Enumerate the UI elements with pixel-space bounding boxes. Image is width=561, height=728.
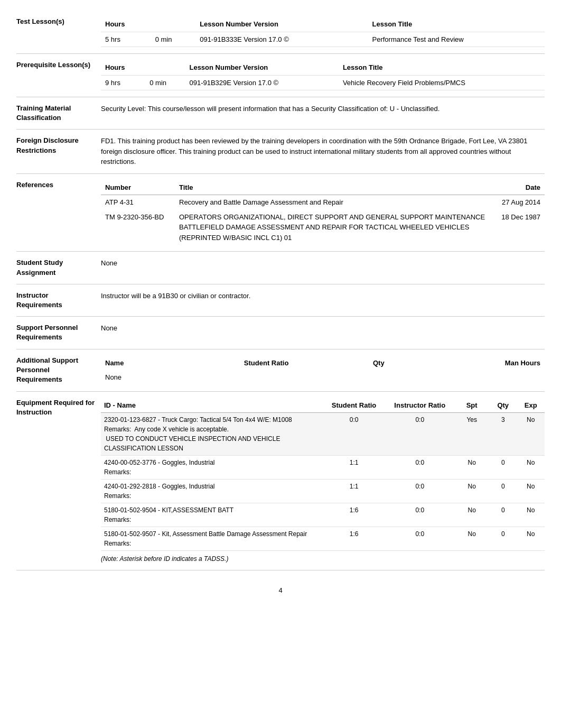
eq-exp-0: No	[517, 413, 545, 456]
eq-id-name-1: 4240-00-052-3776 - Goggles, Industrial R…	[101, 456, 323, 480]
ref-date-1: 18 Dec 1987	[492, 210, 545, 245]
eq-spt-0: Yes	[454, 413, 489, 456]
eq-instructor-ratio-1: 0:0	[385, 456, 454, 480]
eq-exp-1: No	[517, 456, 545, 480]
prerequisite-table: Hours Lesson Number Version Lesson Title…	[101, 60, 545, 90]
test-lesson-content: Hours Lesson Number Version Lesson Title…	[101, 17, 545, 47]
eq-spt-3: No	[454, 503, 489, 527]
test-lesson-table: Hours Lesson Number Version Lesson Title…	[101, 17, 545, 47]
equipment-row-0: 2320-01-123-6827 - Truck Cargo: Tactical…	[101, 413, 545, 456]
ref-date-header: Date	[492, 180, 545, 195]
references-section: References Number Title Date ATP 4-31 Re…	[16, 174, 545, 252]
add-name-value: None	[101, 370, 184, 385]
eq-instructor-ratio-4: 0:0	[385, 527, 454, 551]
ref-date-0: 27 Aug 2014	[492, 195, 545, 210]
eq-qty-2: 0	[489, 480, 517, 503]
test-lesson-lnv-header: Lesson Number Version	[195, 17, 368, 32]
prerequisite-content: Hours Lesson Number Version Lesson Title…	[101, 60, 545, 90]
additional-support-table: Name Student Ratio Qty Man Hours None	[101, 356, 545, 385]
ref-number-0: ATP 4-31	[101, 195, 175, 210]
eq-exp-header: Exp	[517, 398, 545, 413]
ref-title-header: Title	[175, 180, 492, 195]
references-content: Number Title Date ATP 4-31 Recovery and …	[101, 180, 545, 245]
foreign-disclosure-label: Foreign Disclosure Restrictions	[16, 136, 101, 167]
training-material-section: Training Material Classification Securit…	[16, 97, 545, 130]
ref-row-1: TM 9-2320-356-BD OPERATORS ORGANIZATIONA…	[101, 210, 545, 245]
eq-student-ratio-0: 0:0	[323, 413, 385, 456]
test-lesson-row: 5 hrs 0 min 091-91B333E Version 17.0 © P…	[101, 32, 545, 47]
equipment-row-1: 4240-00-052-3776 - Goggles, Industrial R…	[101, 456, 545, 480]
prereq-row: 9 hrs 0 min 091-91B329E Version 17.0 © V…	[101, 75, 545, 90]
test-lesson-min-header	[151, 17, 195, 32]
eq-student-ratio-1: 1:1	[323, 456, 385, 480]
eq-id-name-4: 5180-01-502-9507 - Kit, Assessment Battl…	[101, 527, 323, 551]
add-name-header: Name	[101, 356, 184, 371]
equipment-row-4: 5180-01-502-9507 - Kit, Assessment Battl…	[101, 527, 545, 551]
prereq-title-header: Lesson Title	[339, 60, 545, 75]
equipment-section: Equipment Required for Instruction ID - …	[16, 392, 545, 571]
eq-instructor-ratio-2: 0:0	[385, 480, 454, 503]
student-study-label: Student Study Assignment	[16, 258, 101, 277]
test-lesson-lnv: 091-91B333E Version 17.0 ©	[195, 32, 368, 47]
page-number: 4	[16, 586, 545, 594]
references-table: Number Title Date ATP 4-31 Recovery and …	[101, 180, 545, 245]
eq-id-name-header: ID - Name	[101, 398, 323, 413]
eq-instructor-ratio-3: 0:0	[385, 503, 454, 527]
support-personnel-content: None	[101, 323, 545, 342]
equipment-content: ID - Name Student Ratio Instructor Ratio…	[101, 398, 545, 564]
eq-spt-4: No	[454, 527, 489, 551]
support-personnel-label: Support Personnel Requirements	[16, 323, 101, 342]
prerequisite-label: Prerequisite Lesson(s)	[16, 60, 101, 90]
eq-id-name-3: 5180-01-502-9504 - KIT,ASSESSMENT BATT R…	[101, 503, 323, 527]
prerequisite-section: Prerequisite Lesson(s) Hours Lesson Numb…	[16, 54, 545, 97]
prereq-title: Vehicle Recovery Field Problems/PMCS	[339, 75, 545, 90]
equipment-label: Equipment Required for Instruction	[16, 398, 101, 564]
test-lesson-hours: 5 hrs	[101, 32, 151, 47]
eq-student-ratio-header: Student Ratio	[323, 398, 385, 413]
ref-row-0: ATP 4-31 Recovery and Battle Damage Asse…	[101, 195, 545, 210]
ref-title-0: Recovery and Battle Damage Assessment an…	[175, 195, 492, 210]
prereq-hours: 9 hrs	[101, 75, 145, 90]
eq-qty-1: 0	[489, 456, 517, 480]
eq-student-ratio-2: 1:1	[323, 480, 385, 503]
ref-number-header: Number	[101, 180, 175, 195]
training-material-label: Training Material Classification	[16, 104, 101, 123]
test-lesson-section: Test Lesson(s) Hours Lesson Number Versi…	[16, 11, 545, 54]
eq-qty-3: 0	[489, 503, 517, 527]
foreign-disclosure-content: FD1. This training product has been revi…	[101, 136, 545, 167]
foreign-disclosure-section: Foreign Disclosure Restrictions FD1. Thi…	[16, 130, 545, 174]
references-label: References	[16, 180, 101, 245]
prereq-lnv-header: Lesson Number Version	[185, 60, 338, 75]
ref-title-1: OPERATORS ORGANIZATIONAL, DIRECT SUPPORT…	[175, 210, 492, 245]
eq-spt-2: No	[454, 480, 489, 503]
student-study-section: Student Study Assignment None	[16, 252, 545, 284]
add-man-hours-value	[409, 370, 545, 385]
instructor-requirements-label: Instructor Requirements	[16, 291, 101, 310]
eq-qty-header: Qty	[489, 398, 517, 413]
training-material-content: Security Level: This course/lesson will …	[101, 104, 545, 123]
eq-qty-0: 3	[489, 413, 517, 456]
eq-spt-header: Spt	[454, 398, 489, 413]
add-student-ratio-value	[184, 370, 348, 385]
page-container: Test Lesson(s) Hours Lesson Number Versi…	[16, 11, 545, 594]
instructor-requirements-content: Instructor will be a 91B30 or civilian o…	[101, 291, 545, 310]
eq-student-ratio-3: 1:6	[323, 503, 385, 527]
eq-id-name-0: 2320-01-123-6827 - Truck Cargo: Tactical…	[101, 413, 323, 456]
student-study-content: None	[101, 258, 545, 277]
support-personnel-section: Support Personnel Requirements None	[16, 317, 545, 349]
equipment-table: ID - Name Student Ratio Instructor Ratio…	[101, 398, 545, 551]
eq-qty-4: 0	[489, 527, 517, 551]
eq-instructor-ratio-0: 0:0	[385, 413, 454, 456]
prereq-hours-header: Hours	[101, 60, 145, 75]
add-qty-header: Qty	[348, 356, 409, 371]
ref-number-1: TM 9-2320-356-BD	[101, 210, 175, 245]
eq-student-ratio-4: 1:6	[323, 527, 385, 551]
equipment-note: (Note: Asterisk before ID indicates a TA…	[101, 554, 545, 564]
eq-spt-1: No	[454, 456, 489, 480]
additional-support-section: Additional Support Personnel Requirement…	[16, 349, 545, 392]
prereq-lnv: 091-91B329E Version 17.0 ©	[185, 75, 338, 90]
eq-exp-3: No	[517, 503, 545, 527]
test-lesson-label: Test Lesson(s)	[16, 17, 101, 47]
add-student-ratio-header: Student Ratio	[184, 356, 348, 371]
add-qty-value	[348, 370, 409, 385]
